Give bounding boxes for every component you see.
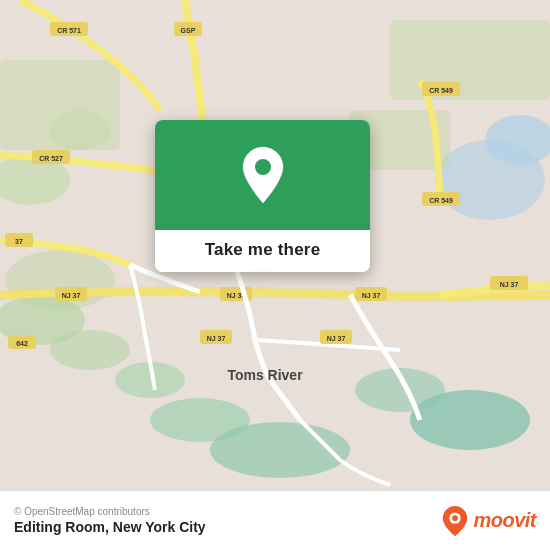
svg-text:NJ 37: NJ 37 — [207, 335, 226, 342]
svg-rect-14 — [390, 20, 550, 100]
svg-text:CR 571: CR 571 — [57, 27, 81, 34]
svg-text:CR 549: CR 549 — [429, 197, 453, 204]
bottom-bar: © OpenStreetMap contributors Editing Roo… — [0, 490, 550, 550]
location-label: Editing Room, New York City — [14, 519, 206, 535]
moovit-pin-icon — [441, 505, 469, 537]
svg-rect-13 — [0, 60, 120, 150]
svg-text:NJ 37: NJ 37 — [327, 335, 346, 342]
map-container: NJ 37 NJ 37 NJ 37 CR 571 GSP CR 527 37 C… — [0, 0, 550, 490]
take-me-there-button[interactable]: Take me there — [205, 240, 321, 260]
svg-point-3 — [50, 330, 130, 370]
svg-text:CR 527: CR 527 — [39, 155, 63, 162]
popup-action-area[interactable]: Take me there — [155, 230, 370, 272]
location-pin-icon — [238, 145, 288, 205]
map-popup: Take me there — [155, 120, 370, 272]
moovit-logo: moovit — [441, 505, 536, 537]
svg-text:NJ 37: NJ 37 — [62, 292, 81, 299]
svg-text:NJ 37: NJ 37 — [362, 292, 381, 299]
svg-point-43 — [255, 159, 271, 175]
bottom-info: © OpenStreetMap contributors Editing Roo… — [14, 506, 206, 535]
popup-header — [155, 120, 370, 230]
svg-text:Toms River: Toms River — [227, 367, 303, 383]
map-attribution: © OpenStreetMap contributors — [14, 506, 206, 517]
svg-text:37: 37 — [15, 238, 23, 245]
svg-text:642: 642 — [16, 340, 28, 347]
svg-text:GSP: GSP — [181, 27, 196, 34]
svg-point-8 — [410, 390, 530, 450]
moovit-brand-text: moovit — [473, 509, 536, 532]
svg-text:CR 549: CR 549 — [429, 87, 453, 94]
svg-point-45 — [453, 515, 459, 521]
svg-text:NJ 37: NJ 37 — [500, 281, 519, 288]
